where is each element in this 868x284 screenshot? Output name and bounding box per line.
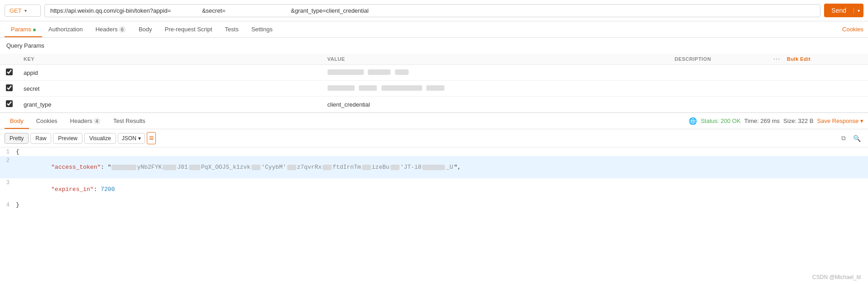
code-line-3: 3 "expires_in": 7200: [0, 178, 868, 201]
row2-value-blur3: [381, 85, 422, 91]
token-blur2: [163, 165, 176, 170]
row3-actions: [768, 97, 868, 113]
response-meta: 🌐 Status: 200 OK Time: 269 ms Size: 322 …: [689, 117, 863, 125]
row1-actions: [768, 65, 868, 81]
code-controls: Pretty Raw Preview Visualize JSON ▾ ≡ ⧉ …: [0, 129, 868, 147]
response-headers-badge: 4: [93, 118, 101, 124]
method-select[interactable]: GET ▾: [5, 5, 41, 17]
status-text: Status: 200 OK: [701, 118, 741, 124]
line-content-4: }: [16, 201, 868, 208]
token-blur3: [189, 165, 200, 170]
row1-value-blur2: [368, 69, 391, 75]
col-checkbox: [0, 54, 18, 65]
row1-checkbox-cell: [0, 65, 18, 81]
row3-desc: [669, 97, 768, 113]
row1-value-blur1: [328, 69, 364, 75]
send-button[interactable]: Send ▾: [824, 4, 863, 17]
time-text: Time: 269 ms: [744, 118, 780, 124]
headers-badge: 6: [119, 26, 126, 33]
tab-authorization[interactable]: Authorization: [42, 21, 89, 37]
format-select[interactable]: JSON ▾: [118, 133, 145, 144]
globe-icon: 🌐: [689, 117, 697, 125]
method-label: GET: [10, 7, 22, 14]
visualize-button[interactable]: Visualize: [84, 133, 116, 144]
code-line-1: 1 {: [0, 147, 868, 156]
copy-icon[interactable]: ⧉: [839, 133, 849, 143]
request-tabs: Params Authorization Headers6 Body Pre-r…: [0, 21, 868, 38]
row2-key: secret: [18, 81, 322, 97]
line-num-3: 3: [0, 180, 16, 186]
tab-headers[interactable]: Headers6: [89, 21, 132, 37]
row3-checkbox-cell: [0, 97, 18, 113]
tab-settings[interactable]: Settings: [245, 21, 279, 37]
save-response-button[interactable]: Save Response ▾: [817, 118, 863, 124]
cookies-link[interactable]: Cookies: [842, 21, 863, 37]
row3-value: client_credential: [322, 97, 669, 113]
line-content-1: {: [16, 148, 868, 155]
line-num-4: 4: [0, 202, 16, 208]
tab-body[interactable]: Body: [132, 21, 159, 37]
row1-value: [322, 65, 669, 81]
row1-checkbox[interactable]: [6, 69, 13, 75]
tab-prerequest[interactable]: Pre-request Script: [159, 21, 219, 37]
row2-value-blur2: [359, 85, 377, 91]
token-blur8: [391, 165, 400, 170]
row2-value-blur1: [328, 85, 355, 91]
col-description: DESCRIPTION: [669, 54, 768, 65]
params-table: KEY VALUE DESCRIPTION ··· Bulk Edit appi…: [0, 54, 868, 113]
row2-checkbox-cell: [0, 81, 18, 97]
response-tab-test-results[interactable]: Test Results: [108, 113, 151, 129]
token-blur4: [251, 165, 260, 170]
token-blur9: [422, 165, 445, 170]
size-text: Size: 322 B: [783, 118, 814, 124]
params-dot: [33, 29, 36, 31]
row1-value-blur3: [395, 69, 409, 75]
row3-key: grant_type: [18, 97, 322, 113]
row3-checkbox[interactable]: [6, 100, 13, 107]
params-table-wrapper: KEY VALUE DESCRIPTION ··· Bulk Edit appi…: [0, 54, 868, 113]
row2-checkbox[interactable]: [6, 84, 13, 91]
row2-desc: [669, 81, 768, 97]
preview-button[interactable]: Preview: [53, 133, 82, 144]
url-bar: GET ▾ Send ▾: [0, 0, 868, 21]
line-num-1: 1: [0, 149, 16, 155]
code-area: 1 { 2 "access_token": "yNb2FYKJ81PqX_OOJ…: [0, 147, 868, 209]
token-blur5: [287, 165, 296, 170]
format-chevron-icon: ▾: [138, 135, 141, 142]
table-row: grant_type client_credential: [0, 97, 868, 113]
bulk-edit-button[interactable]: Bulk Edit: [787, 56, 810, 62]
row2-actions: [768, 81, 868, 97]
url-input[interactable]: [44, 4, 820, 17]
pretty-button[interactable]: Pretty: [5, 133, 29, 144]
response-tab-headers[interactable]: Headers4: [65, 113, 106, 129]
raw-button[interactable]: Raw: [30, 133, 51, 144]
method-chevron-icon: ▾: [24, 8, 27, 13]
query-params-header: Query Params: [0, 38, 868, 54]
row2-value: [322, 81, 669, 97]
line-content-3: "expires_in": 7200: [16, 179, 868, 200]
search-icon[interactable]: 🔍: [850, 134, 863, 143]
col-value: VALUE: [322, 54, 669, 65]
response-bar: Body Cookies Headers4 Test Results 🌐 Sta…: [0, 113, 868, 129]
row2-value-blur4: [426, 85, 444, 91]
table-row: secret: [0, 81, 868, 97]
tab-params[interactable]: Params: [5, 21, 42, 37]
code-line-2: 2 "access_token": "yNb2FYKJ81PqX_OOJS_k1…: [0, 156, 868, 178]
send-label: Send: [824, 7, 854, 14]
send-dropdown-icon: ▾: [854, 8, 863, 13]
table-row: appid: [0, 65, 868, 81]
col-key: KEY: [18, 54, 322, 65]
row1-key: appid: [18, 65, 322, 81]
token-blur7: [362, 165, 371, 170]
wrap-icon[interactable]: ≡: [147, 132, 156, 144]
token-blur1: [111, 165, 136, 170]
response-tab-body[interactable]: Body: [5, 113, 29, 129]
token-blur6: [323, 165, 332, 170]
tab-tests[interactable]: Tests: [218, 21, 245, 37]
line-num-2: 2: [0, 157, 16, 164]
line-content-2: "access_token": "yNb2FYKJ81PqX_OOJS_k1zv…: [16, 157, 868, 177]
col-more: ··· Bulk Edit: [768, 54, 868, 65]
code-line-4: 4 }: [0, 201, 868, 209]
response-tab-cookies[interactable]: Cookies: [31, 113, 63, 129]
row1-desc: [669, 65, 768, 81]
